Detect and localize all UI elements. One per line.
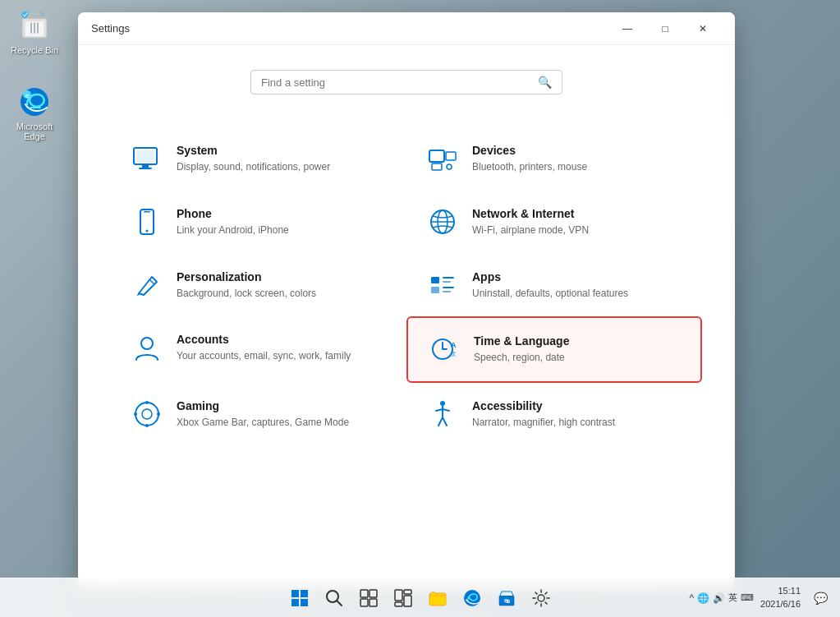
gaming-icon	[131, 399, 163, 429]
taskbar: 🛍 ^ 🌐 🔊 英 ⌨ 15:11 2021/6/16 💬	[0, 578, 840, 617]
svg-text:A: A	[451, 341, 457, 349]
edge-taskbar-button[interactable]	[457, 583, 487, 613]
taskbar-tray: ^ 🌐 🔊 英 ⌨ 15:11 2021/6/16 💬	[689, 585, 833, 611]
devices-title: Devices	[472, 144, 587, 157]
svg-line-43	[337, 601, 342, 605]
store-button[interactable]: 🛍	[492, 583, 521, 613]
svg-point-13	[447, 164, 452, 169]
svg-point-26	[141, 338, 153, 349]
title-bar: Settings — □ ✕	[78, 12, 735, 45]
svg-point-57	[538, 595, 544, 601]
gaming-desc: Xbox Game Bar, captures, Game Mode	[177, 416, 349, 430]
maximize-button[interactable]: □	[646, 16, 684, 42]
network-title: Network & Internet	[472, 207, 589, 220]
system-icon	[131, 144, 163, 173]
gaming-title: Gaming	[177, 399, 349, 412]
tray-volume[interactable]: 🔊	[713, 592, 725, 604]
settings-item-devices[interactable]: Devices Bluetooth, printers, mouse	[406, 127, 702, 191]
svg-rect-11	[446, 152, 456, 160]
close-button[interactable]: ✕	[684, 16, 722, 42]
settings-item-personalization[interactable]: Personalization Background, lock screen,…	[111, 254, 406, 317]
settings-item-phone[interactable]: Phone Link your Android, iPhone	[111, 191, 406, 254]
svg-point-35	[157, 412, 160, 416]
accounts-desc: Your accounts, email, sync, work, family	[177, 349, 351, 363]
recycle-bin-icon[interactable]: Recycle Bin	[2, 6, 67, 58]
svg-rect-21	[431, 287, 439, 293]
time-language-icon: A 文	[428, 334, 461, 364]
search-icon: 🔍	[538, 76, 552, 89]
svg-rect-16	[144, 211, 150, 213]
svg-rect-10	[429, 150, 444, 162]
svg-rect-40	[291, 599, 299, 606]
microsoft-edge-image: e	[18, 85, 51, 118]
accessibility-title: Accessibility	[472, 399, 615, 412]
widgets-button[interactable]	[388, 583, 418, 613]
notification-button[interactable]: 💬	[807, 585, 833, 611]
recycle-bin-label: Recycle Bin	[11, 45, 58, 55]
settings-item-accounts[interactable]: Accounts Your accounts, email, sync, wor…	[111, 316, 406, 383]
accessibility-icon	[426, 399, 459, 429]
svg-text:文: 文	[451, 351, 457, 357]
search-bar[interactable]: 🔍	[250, 70, 562, 94]
svg-point-15	[146, 229, 149, 232]
settings-item-time-language[interactable]: A 文 Time & Language Speech, region, date	[406, 316, 702, 383]
svg-text:🛍: 🛍	[503, 598, 509, 604]
svg-rect-38	[291, 590, 299, 597]
task-view-button[interactable]	[354, 583, 383, 613]
network-desc: Wi-Fi, airplane mode, VPN	[472, 223, 589, 237]
svg-rect-46	[360, 599, 368, 606]
settings-item-gaming[interactable]: Gaming Xbox Game Bar, captures, Game Mod…	[111, 383, 406, 446]
svg-point-32	[145, 401, 149, 404]
tray-lang[interactable]: 英	[728, 592, 737, 604]
tray-chevron[interactable]: ^	[689, 592, 694, 604]
svg-rect-48	[395, 590, 402, 601]
settings-taskbar-button[interactable]	[526, 583, 556, 613]
settings-window: Settings — □ ✕ 🔍	[78, 12, 735, 587]
svg-point-31	[142, 409, 152, 419]
svg-point-33	[145, 424, 149, 427]
devices-desc: Bluetooth, printers, mouse	[472, 160, 587, 174]
accounts-icon	[131, 333, 163, 362]
personalization-desc: Background, lock screen, colors	[177, 287, 316, 301]
clock-time: 15:11	[760, 585, 801, 597]
recycle-bin-image	[18, 9, 51, 42]
personalization-icon	[131, 270, 163, 300]
settings-item-apps[interactable]: Apps Uninstall, defaults, optional featu…	[406, 254, 702, 317]
svg-rect-50	[395, 602, 402, 606]
microsoft-edge-label: MicrosoftEdge	[16, 122, 53, 141]
start-button[interactable]	[285, 583, 314, 613]
svg-rect-44	[360, 590, 368, 597]
time-language-title: Time & Language	[474, 334, 569, 348]
svg-point-36	[440, 401, 445, 406]
svg-point-2	[21, 12, 28, 18]
file-explorer-button[interactable]	[423, 583, 452, 613]
phone-icon	[131, 207, 163, 237]
svg-rect-12	[432, 163, 442, 170]
taskbar-center: 🛍	[285, 583, 556, 613]
tray-ime[interactable]: ⌨	[741, 592, 754, 603]
svg-rect-8	[139, 168, 152, 169]
tray-network[interactable]: 🌐	[697, 592, 709, 604]
svg-rect-41	[301, 599, 308, 606]
devices-icon	[426, 144, 459, 173]
time-language-desc: Speech, region, date	[474, 351, 569, 365]
window-title: Settings	[91, 22, 608, 35]
settings-item-accessibility[interactable]: Accessibility Narrator, magnifier, high …	[406, 383, 702, 446]
settings-item-network[interactable]: Network & Internet Wi-Fi, airplane mode,…	[406, 191, 702, 254]
system-desc: Display, sound, notifications, power	[177, 160, 330, 174]
settings-grid: System Display, sound, notifications, po…	[111, 127, 702, 446]
accounts-title: Accounts	[177, 333, 351, 346]
microsoft-edge-icon[interactable]: e MicrosoftEdge	[2, 82, 67, 145]
svg-rect-45	[370, 590, 377, 597]
taskbar-clock[interactable]: 15:11 2021/6/16	[760, 585, 801, 610]
svg-rect-25	[443, 291, 451, 292]
svg-point-34	[134, 412, 137, 416]
system-title: System	[177, 144, 330, 157]
settings-item-system[interactable]: System Display, sound, notifications, po…	[111, 127, 406, 191]
svg-rect-22	[443, 277, 454, 279]
phone-desc: Link your Android, iPhone	[177, 223, 289, 237]
minimize-button[interactable]: —	[608, 16, 646, 42]
taskbar-search[interactable]	[319, 583, 349, 613]
svg-rect-49	[404, 590, 411, 594]
search-input[interactable]	[261, 76, 538, 89]
